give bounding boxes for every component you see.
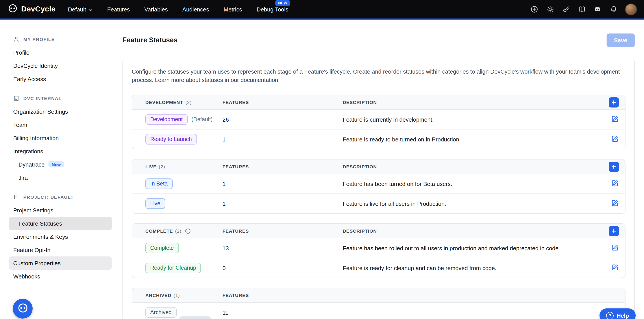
save-button[interactable]: Save xyxy=(606,34,635,47)
sidebar-item-custom-properties[interactable]: Custom Properties xyxy=(9,256,112,270)
description-column-header: DESCRIPTION xyxy=(343,228,600,234)
nav-features[interactable]: Features xyxy=(107,6,130,12)
gear-icon[interactable] xyxy=(546,5,554,14)
features-column-header: FEATURES xyxy=(222,100,343,105)
create-icon[interactable] xyxy=(530,5,538,14)
question-icon: ? xyxy=(606,312,614,319)
feature-statuses-card: Configure the statuses your team uses to… xyxy=(122,58,635,319)
nav-debug-tools[interactable]: NEW Debug Tools xyxy=(256,6,288,12)
sidebar-item-feature-statuses[interactable]: Feature Statuses xyxy=(9,217,112,230)
status-description: Feature has been turned on for Beta user… xyxy=(343,181,600,187)
devcycle-assistant-button[interactable] xyxy=(13,299,32,318)
edit-pencil-icon xyxy=(612,264,619,272)
accent-bar xyxy=(0,18,644,20)
sidebar-sections: MY PROFILEProfileDevCycle IdentityEarly … xyxy=(0,32,114,283)
status-row-ready-for-cleanup: Ready for Cleanup0Feature is ready for c… xyxy=(132,258,625,278)
sidebar-item-environments-keys[interactable]: Environments & Keys xyxy=(9,230,112,243)
help-button[interactable]: ? Help xyxy=(600,308,636,319)
edit-pencil-icon xyxy=(612,180,619,188)
sidebar-section-header: DVC INTERNAL xyxy=(0,92,114,105)
edit-status-button[interactable] xyxy=(612,244,619,253)
status-badge: Complete xyxy=(145,243,178,254)
nav-audiences[interactable]: Audiences xyxy=(182,6,209,12)
edit-status-button[interactable] xyxy=(612,115,619,124)
sidebar-section-header: MY PROFILE xyxy=(0,32,114,46)
project-icon xyxy=(13,194,20,200)
feature-count: 11 xyxy=(222,309,343,316)
bell-icon[interactable] xyxy=(609,5,618,14)
edit-status-button[interactable] xyxy=(612,180,619,188)
user-avatar[interactable] xyxy=(625,3,637,15)
feature-count: 26 xyxy=(222,116,343,123)
add-status-button[interactable] xyxy=(609,226,619,236)
add-status-button[interactable] xyxy=(609,97,619,108)
add-status-button[interactable] xyxy=(609,162,619,172)
description-column-header: DESCRIPTION xyxy=(343,100,600,105)
status-groups: DEVELOPMENT(2)FEATURESDESCRIPTIONDevelop… xyxy=(132,95,626,319)
nav-variables[interactable]: Variables xyxy=(144,6,168,12)
devcycle-logo[interactable]: DevCycle xyxy=(8,4,56,15)
discord-icon[interactable] xyxy=(593,5,602,14)
sidebar-item-dynatrace[interactable]: DynatraceNew xyxy=(9,158,112,171)
features-column-header: FEATURES xyxy=(222,228,343,234)
main-content: Feature Statuses Save Configure the stat… xyxy=(114,20,644,319)
edit-status-button[interactable] xyxy=(612,135,619,144)
status-group-archived: ARCHIVED(1)FEATURESArchived11 xyxy=(132,288,626,319)
status-description: Feature has been rolled out to all users… xyxy=(343,245,600,252)
info-icon[interactable] xyxy=(185,228,191,234)
edit-pencil-icon xyxy=(612,135,619,144)
default-status-label: (Default) xyxy=(192,116,212,122)
status-badge: In Beta xyxy=(145,179,172,189)
devcycle-logo-icon xyxy=(8,4,18,15)
sidebar-section-dvc-internal: DVC INTERNALOrganization SettingsTeamBil… xyxy=(0,92,114,184)
page-title: Feature Statuses xyxy=(122,36,178,44)
status-group-development: DEVELOPMENT(2)FEATURESDESCRIPTIONDevelop… xyxy=(132,95,626,150)
status-badge: Development xyxy=(145,114,188,125)
sidebar-section-header: PROJECT: DEFAULT xyxy=(0,190,114,204)
brand-name: DevCycle xyxy=(21,5,56,14)
feature-count: 1 xyxy=(222,200,343,207)
sidebar-item-feature-opt-in[interactable]: Feature Opt-In xyxy=(9,243,112,256)
sidebar-item-integrations[interactable]: Integrations xyxy=(9,144,112,158)
edit-status-button[interactable] xyxy=(612,200,619,208)
bottom-partial-element xyxy=(179,316,211,319)
features-column-header: FEATURES xyxy=(222,164,343,170)
status-row-development: Development(Default)26Feature is current… xyxy=(132,110,625,130)
edit-pencil-icon xyxy=(612,244,619,253)
sidebar-section-project-default: PROJECT: DEFAULTProject SettingsFeature … xyxy=(0,190,114,283)
status-description: Feature is live for all users in Product… xyxy=(343,200,600,207)
group-title: ARCHIVED(1) xyxy=(145,293,222,298)
group-count: (2) xyxy=(175,228,182,234)
features-column-header: FEATURES xyxy=(222,293,343,298)
intro-text: Configure the statuses your team uses to… xyxy=(132,68,626,84)
sidebar-item-team[interactable]: Team xyxy=(9,118,112,131)
key-icon[interactable] xyxy=(562,5,570,14)
edit-pencil-icon xyxy=(612,200,619,208)
sidebar-item-devcycle-identity[interactable]: DevCycle Identity xyxy=(9,59,112,72)
new-badge: New xyxy=(49,161,64,168)
sidebar-item-profile[interactable]: Profile xyxy=(9,46,112,59)
top-navigation-bar: DevCycle Default Features Variables Audi… xyxy=(0,0,644,18)
feature-count: 13 xyxy=(222,245,343,252)
group-title: COMPLETE(2) xyxy=(145,228,222,234)
nav-metrics[interactable]: Metrics xyxy=(224,6,242,12)
group-title: LIVE(2) xyxy=(145,164,222,170)
sidebar-item-webhooks[interactable]: Webhooks xyxy=(9,270,112,283)
group-count: (2) xyxy=(185,100,192,105)
group-count: (2) xyxy=(159,164,165,170)
description-column-header: DESCRIPTION xyxy=(343,164,600,170)
sidebar-item-billing-information[interactable]: Billing Information xyxy=(9,131,112,144)
book-icon[interactable] xyxy=(578,5,586,14)
status-badge: Live xyxy=(145,198,165,209)
status-group-live: LIVE(2)FEATURESDESCRIPTIONIn Beta1Featur… xyxy=(132,159,626,214)
sidebar-item-jira[interactable]: Jira xyxy=(9,171,112,184)
sidebar-section-my-profile: MY PROFILEProfileDevCycle IdentityEarly … xyxy=(0,32,114,86)
sidebar-item-organization-settings[interactable]: Organization Settings xyxy=(9,105,112,118)
sidebar-item-project-settings[interactable]: Project Settings xyxy=(9,204,112,217)
group-header-row: LIVE(2)FEATURESDESCRIPTION xyxy=(132,160,625,174)
project-selector-dropdown[interactable]: Default xyxy=(68,6,92,12)
sidebar-item-early-access[interactable]: Early Access xyxy=(9,72,112,86)
group-header-row: COMPLETE(2)FEATURESDESCRIPTION xyxy=(132,224,625,238)
edit-status-button[interactable] xyxy=(612,264,619,272)
group-title: DEVELOPMENT(2) xyxy=(145,100,222,105)
